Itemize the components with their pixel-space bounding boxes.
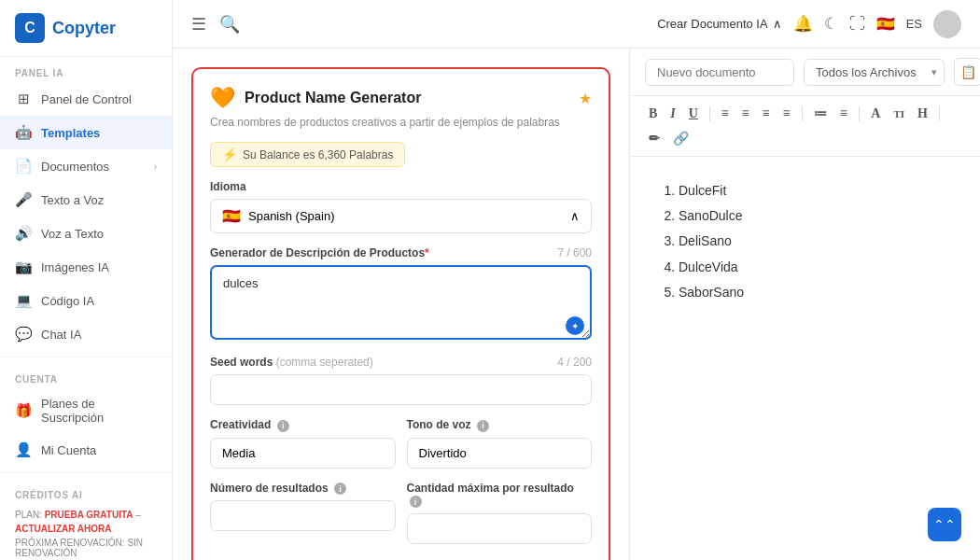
ia-panel: 🧡 Product Name Generator ★ Crea nombres … <box>173 49 630 560</box>
scroll-to-top-button[interactable]: ⌃⌃ <box>928 508 961 541</box>
cantidad-info-icon[interactable]: i <box>410 496 422 508</box>
numero-info-icon[interactable]: i <box>334 483 346 495</box>
generador-group: Generador de Descripción de Productos* 7… <box>210 246 592 343</box>
crear-documento-button[interactable]: Crear Documento IA ∧ <box>657 17 782 31</box>
required-marker: * <box>425 246 429 259</box>
sidebar-item-label: Planes de Suscripción <box>41 397 157 425</box>
generador-counter: 7 / 600 <box>557 246 592 259</box>
sidebar-item-imagenes-ia[interactable]: 📷 Imágenes IA <box>0 250 172 284</box>
menu-icon[interactable]: ☰ <box>191 14 206 35</box>
search-icon[interactable]: 🔍 <box>219 14 240 35</box>
list-item: DeliSano <box>679 230 950 253</box>
list-item: DulceVida <box>679 256 950 279</box>
creditos-label: CRÉDITOS AI <box>0 479 172 504</box>
topbar-left: ☰ 🔍 <box>191 14 240 35</box>
sidebar-item-texto-a-voz[interactable]: 🎤 Texto a Voz <box>0 183 172 217</box>
ai-assist-icon[interactable]: ✦ <box>566 316 584 335</box>
ordered-list-button[interactable]: ≔ <box>810 104 831 123</box>
document-name-input[interactable] <box>645 59 794 86</box>
pencil-button[interactable]: ✏ <box>645 129 664 148</box>
plan-trial-link[interactable]: PRUEBA GRATUITA <box>45 510 133 520</box>
editor-topbar: Todos los Archivos 📋 📑 📂 📋 📄 <box>630 49 980 96</box>
user-icon: 👤 <box>15 441 32 458</box>
lang-value: Spanish (Spain) <box>248 209 335 223</box>
format-toolbar: B I U ≡ ≡ ≡ ≡ ≔ ≡ A TI H ✏ 🔗 <box>630 96 980 157</box>
align-right-button[interactable]: ≡ <box>759 105 774 123</box>
heading-button[interactable]: H <box>914 105 931 123</box>
creatividad-select[interactable]: Media Baja Alta <box>210 438 396 469</box>
numero-input[interactable]: 1 <box>210 500 396 531</box>
numero-cantidad-group: Número de resultados i 1 Cantidad máxima… <box>210 482 592 545</box>
seed-counter: 4 / 200 <box>557 356 592 369</box>
product-name-generator-card: 🧡 Product Name Generator ★ Crea nombres … <box>191 67 610 560</box>
topbar-right: Crear Documento IA ∧ 🔔 ☾ ⛶ 🇪🇸 ES <box>657 10 961 38</box>
font-color-button[interactable]: A <box>867 105 884 123</box>
plan-renewal-text: PRÓXIMA RENOVACIÓN: SIN RENOVACIÓN <box>15 538 157 558</box>
unordered-list-button[interactable]: ≡ <box>836 105 851 123</box>
camera-icon: 📷 <box>15 259 32 275</box>
align-center-button[interactable]: ≡ <box>738 105 753 123</box>
plan-update-link[interactable]: ACTUALIZAR AHORA <box>15 524 112 534</box>
plan-info: PLAN: PRUEBA GRATUITA – ACTUALIZAR AHORA <box>15 508 157 536</box>
editor-toolbar-buttons: 📋 📑 📂 📋 📄 <box>954 58 980 86</box>
lightning-icon: ⚡ <box>222 147 237 161</box>
sidebar-item-voz-a-texto[interactable]: 🔊 Voz a Texto <box>0 217 172 250</box>
sidebar-item-codigo-ia[interactable]: 💻 Código IA <box>0 284 172 317</box>
chevron-right-icon: › <box>154 161 157 172</box>
sidebar-item-templates[interactable]: 🤖 Templates <box>0 116 172 149</box>
main-area: ☰ 🔍 Crear Documento IA ∧ 🔔 ☾ ⛶ 🇪🇸 ES 🧡 P… <box>173 0 980 560</box>
sidebar-item-label: Documentos <box>41 160 109 174</box>
cuenta-label: CUENTA <box>0 363 172 388</box>
language-flag: 🇪🇸 <box>876 15 895 33</box>
align-justify-button[interactable]: ≡ <box>779 105 794 123</box>
tono-group: Tono de voz i Divertido Formal Profesion… <box>407 418 593 469</box>
language-select[interactable]: 🇪🇸 Spanish (Spain) ∧ <box>210 199 592 233</box>
underline-button[interactable]: U <box>685 105 702 123</box>
text-indent-button[interactable]: TI <box>889 106 908 121</box>
seed-hint: (comma seperated) <box>276 356 373 369</box>
list-item: DulceFit <box>679 179 950 203</box>
moon-icon[interactable]: ☾ <box>824 14 838 34</box>
link-button[interactable]: 🔗 <box>669 129 693 148</box>
folder-select[interactable]: Todos los Archivos <box>804 59 945 86</box>
seed-group: Seed words (comma seperated) 4 / 200 san… <box>210 356 592 405</box>
crear-arrow-icon: ∧ <box>773 17 782 31</box>
numero-label: Número de resultados i <box>210 482 396 496</box>
idioma-label: Idioma <box>210 180 592 193</box>
sidebar-item-panel-control[interactable]: ⊞ Panel de Control <box>0 82 172 116</box>
tono-select[interactable]: Divertido Formal Profesional <box>407 438 593 469</box>
generador-textarea-wrapper: dulces ✦ <box>210 265 592 343</box>
tono-info-icon[interactable]: i <box>477 420 489 432</box>
balance-text: Su Balance es 6,360 Palabras <box>243 148 393 161</box>
bell-icon[interactable]: 🔔 <box>793 14 813 34</box>
italic-button[interactable]: I <box>666 105 679 123</box>
sidebar-item-mi-cuenta[interactable]: 👤 Mi Cuenta <box>0 433 172 467</box>
sidebar-item-label: Panel de Control <box>41 92 132 106</box>
align-left-button[interactable]: ≡ <box>718 105 733 123</box>
list-item: SaborSano <box>679 281 950 304</box>
creatividad-tono-group: Creatividad i Media Baja Alta <box>210 418 592 469</box>
copy-button[interactable]: 📋 <box>954 58 980 86</box>
favorite-star-icon[interactable]: ★ <box>579 90 592 107</box>
lang-label: ES <box>906 17 922 31</box>
toolbar-divider-3 <box>859 106 860 121</box>
sidebar-item-planes[interactable]: 🎁 Planes de Suscripción <box>0 388 172 433</box>
toolbar-divider-2 <box>802 106 803 121</box>
sidebar-item-label: Voz a Texto <box>41 227 104 241</box>
panel-ia-label: PANEL IA <box>0 57 172 82</box>
lang-flag-icon: 🇪🇸 <box>222 207 241 225</box>
seed-input[interactable]: sano <box>210 374 592 405</box>
generador-textarea[interactable]: dulces <box>210 265 592 340</box>
toolbar-divider-1 <box>709 106 710 121</box>
creatividad-info-icon[interactable]: i <box>277 420 289 432</box>
sidebar-item-label: Código IA <box>41 294 94 308</box>
tono-label: Tono de voz i <box>407 418 593 432</box>
cantidad-input[interactable]: 10 <box>407 513 593 544</box>
sidebar-item-documentos[interactable]: 📄 Documentos › <box>0 149 172 183</box>
seed-label: Seed words (comma seperated) 4 / 200 <box>210 356 592 369</box>
sidebar-item-chat-ia[interactable]: 💬 Chat IA <box>0 317 172 351</box>
bold-button[interactable]: B <box>645 105 661 123</box>
expand-icon[interactable]: ⛶ <box>849 15 865 34</box>
list-item: SanoDulce <box>679 204 950 228</box>
avatar[interactable] <box>933 10 961 38</box>
